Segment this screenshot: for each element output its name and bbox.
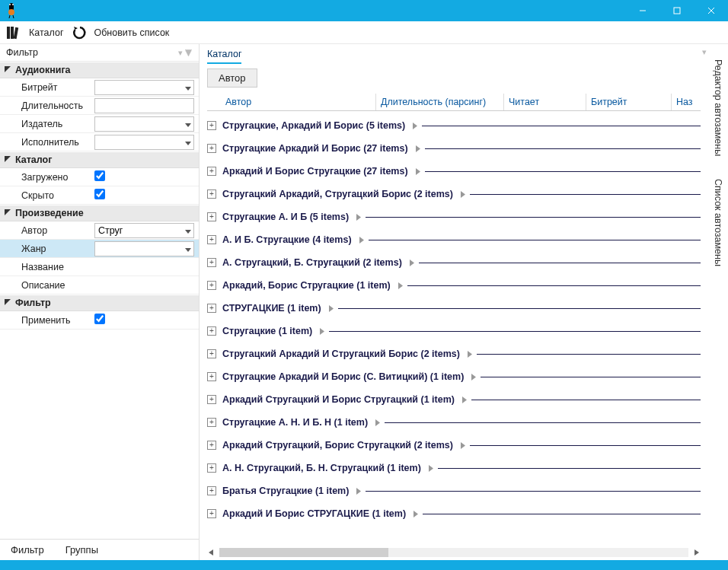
tab-filter[interactable]: Фильтр bbox=[0, 540, 55, 560]
col-author[interactable]: Автор bbox=[207, 94, 376, 110]
group-row[interactable]: +Аркадий Стругацкий, Борис Стругацкий (2… bbox=[207, 434, 701, 457]
group-row[interactable]: +Стругацкие (1 item) bbox=[207, 320, 701, 342]
label-performer: Исполнитель bbox=[0, 137, 94, 148]
group-row[interactable]: +Стругацкие А. Н. И Б. Н (1 item) bbox=[207, 411, 701, 434]
expand-icon[interactable]: + bbox=[207, 486, 216, 495]
expand-icon[interactable]: + bbox=[207, 235, 216, 244]
group-label: Аркадий Стругацкий, Борис Стругацкий (2 … bbox=[222, 440, 453, 451]
group-row[interactable]: +Стругацкий Аркадий, Стругацкий Борис (2… bbox=[207, 183, 701, 205]
chevron-right-icon bbox=[429, 465, 433, 472]
group-audiobook[interactable]: Аудиокнига bbox=[0, 62, 199, 78]
close-button[interactable] bbox=[694, 0, 728, 21]
group-label: Аркадий И Борис Стругацкие (27 items) bbox=[222, 166, 408, 177]
app-icon bbox=[5, 2, 18, 21]
group-row[interactable]: +А. Стругацкий, Б. Стругацкий (2 items) bbox=[207, 251, 701, 274]
label-bitrate: Битрейт bbox=[0, 82, 94, 93]
group-line bbox=[422, 126, 701, 126]
group-label: Аркадий, Борис Стругацкие (1 item) bbox=[222, 280, 391, 291]
expand-icon[interactable]: + bbox=[207, 304, 216, 313]
group-row[interactable]: +Стругацкие Аркадий И Борис (С. Витицкий… bbox=[207, 365, 701, 388]
group-line bbox=[477, 354, 701, 355]
svg-rect-5 bbox=[674, 8, 680, 14]
chevron-right-icon bbox=[356, 488, 361, 495]
expand-icon[interactable]: + bbox=[207, 463, 216, 473]
apply-checkbox[interactable] bbox=[94, 314, 105, 324]
group-filter[interactable]: Фильтр bbox=[0, 295, 199, 311]
group-row[interactable]: +Братья Стругацкие (1 item) bbox=[207, 479, 701, 502]
col-name[interactable]: Наз bbox=[672, 94, 701, 110]
group-line bbox=[470, 194, 701, 195]
expand-icon[interactable]: + bbox=[207, 509, 216, 518]
refresh-toolbar-button[interactable]: Обновить список bbox=[72, 25, 169, 40]
col-duration[interactable]: Длительность (парсинг) bbox=[376, 94, 504, 110]
group-row[interactable]: +Аркадий, Борис Стругацкие (1 item) bbox=[207, 274, 701, 297]
group-catalog[interactable]: Каталог bbox=[0, 151, 199, 168]
expand-icon[interactable]: + bbox=[207, 281, 216, 290]
vtab-list[interactable]: Список автозамены bbox=[711, 173, 725, 272]
expand-icon[interactable]: + bbox=[207, 418, 216, 427]
catalog-toolbar-button[interactable]: Каталог bbox=[6, 25, 63, 40]
chevron-right-icon bbox=[413, 511, 418, 517]
dropdown-icon[interactable]: ▾ bbox=[178, 48, 183, 58]
expand-icon[interactable]: + bbox=[207, 326, 216, 336]
subtab-author[interactable]: Автор bbox=[207, 68, 257, 88]
left-panel-title: Фильтр bbox=[6, 47, 38, 58]
group-row[interactable]: +Стругацкие А. И Б (5 items) bbox=[207, 205, 701, 228]
chevron-right-icon bbox=[410, 260, 414, 266]
group-label: Братья Стругацкие (1 item) bbox=[222, 486, 349, 496]
dropdown-icon[interactable]: ▾ bbox=[702, 47, 707, 57]
col-reader[interactable]: Читает bbox=[504, 94, 586, 110]
expand-icon[interactable]: + bbox=[207, 144, 216, 153]
expand-icon[interactable]: + bbox=[207, 395, 216, 404]
minimize-button[interactable] bbox=[625, 0, 659, 21]
chevron-right-icon bbox=[462, 396, 467, 403]
group-row[interactable]: +А. И Б. Стругацкие (4 items) bbox=[207, 228, 701, 251]
publisher-input[interactable] bbox=[94, 116, 194, 132]
scroll-right-icon[interactable] bbox=[693, 549, 701, 556]
duration-input[interactable] bbox=[94, 98, 194, 113]
label-duration: Длительность bbox=[0, 100, 94, 111]
pin-icon[interactable]: ⯆ bbox=[184, 48, 193, 58]
refresh-label: Обновить список bbox=[94, 27, 169, 38]
expand-icon[interactable]: + bbox=[207, 372, 216, 381]
svg-point-3 bbox=[12, 4, 14, 5]
group-work[interactable]: Произведение bbox=[0, 205, 199, 221]
group-row[interactable]: +Стругацкие Аркадий И Борис (27 items) bbox=[207, 137, 701, 160]
caret-down-icon bbox=[5, 156, 11, 162]
vtab-editor[interactable]: Редактор автозамены bbox=[711, 53, 725, 162]
group-row[interactable]: +Стругацкий Аркадий И Стругацкий Борис (… bbox=[207, 342, 701, 365]
group-row[interactable]: +СТРУГАЦКИЕ (1 item) bbox=[207, 297, 701, 320]
loaded-checkbox[interactable] bbox=[94, 170, 105, 181]
group-row[interactable]: +Стругацкие, Аркадий И Борис (5 items) bbox=[207, 114, 701, 137]
group-row[interactable]: +Аркадий И Борис Стругацкие (27 items) bbox=[207, 160, 701, 183]
hscroll-track[interactable] bbox=[219, 548, 688, 557]
group-label: Стругацкие А. И Б (5 items) bbox=[222, 212, 349, 222]
panel-handles[interactable]: ▾ bbox=[702, 47, 707, 57]
group-row[interactable]: +Аркадий И Борис СТРУГАЦКИЕ (1 item) bbox=[207, 502, 701, 525]
expand-icon[interactable]: + bbox=[207, 167, 216, 176]
grid-body[interactable]: +Стругацкие, Аркадий И Борис (5 items)+С… bbox=[200, 111, 708, 546]
chevron-right-icon bbox=[356, 214, 361, 221]
hscroll-thumb[interactable] bbox=[219, 548, 388, 557]
chevron-right-icon bbox=[375, 419, 380, 426]
author-input[interactable] bbox=[94, 223, 194, 238]
bitrate-input[interactable] bbox=[94, 80, 194, 95]
panel-handles[interactable]: ▾ ⯆ bbox=[178, 48, 193, 58]
performer-input[interactable] bbox=[94, 135, 194, 150]
expand-icon[interactable]: + bbox=[207, 349, 216, 358]
expand-icon[interactable]: + bbox=[207, 189, 216, 199]
group-row[interactable]: +А. Н. Стругацкий, Б. Н. Стругацкий (1 i… bbox=[207, 457, 701, 479]
expand-icon[interactable]: + bbox=[207, 258, 216, 267]
hidden-checkbox[interactable] bbox=[94, 189, 105, 199]
col-bitrate[interactable]: Битрейт bbox=[586, 94, 672, 110]
expand-icon[interactable]: + bbox=[207, 441, 216, 450]
group-row[interactable]: +Аркадий Стругацкий И Борис Стругацкий (… bbox=[207, 388, 701, 411]
label-description: Описание bbox=[0, 280, 94, 291]
group-label: Стругацкий Аркадий И Стругацкий Борис (2… bbox=[222, 349, 460, 359]
expand-icon[interactable]: + bbox=[207, 212, 216, 221]
tab-groups[interactable]: Группы bbox=[55, 540, 109, 560]
genre-input[interactable] bbox=[94, 241, 194, 256]
scroll-left-icon[interactable] bbox=[207, 549, 215, 556]
maximize-button[interactable] bbox=[659, 0, 694, 21]
expand-icon[interactable]: + bbox=[207, 121, 216, 130]
